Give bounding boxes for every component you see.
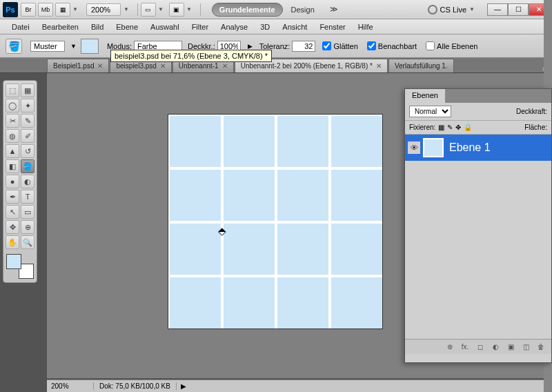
layers-tab[interactable]: Ebenen (405, 89, 446, 103)
menu-bild[interactable]: Bild (85, 23, 110, 31)
history-brush-tool[interactable]: ↺ (21, 144, 34, 158)
close-icon[interactable]: ✕ (97, 62, 103, 70)
menu-datei[interactable]: Datei (6, 23, 36, 31)
shape-tool[interactable]: ▭ (21, 205, 34, 219)
alle-ebenen-label: Alle Ebenen (437, 42, 477, 50)
toolbox: ⬚▦ ◯✦ ✂✎ ◍✐ ▲↺ ◧🪣 ●◐ ✒T ↖▭ ✥⊕ ✋🔍 (3, 80, 37, 283)
maximize-button[interactable]: ☐ (508, 3, 529, 16)
close-icon[interactable]: ✕ (376, 62, 382, 70)
group-icon[interactable]: ▣ (504, 342, 517, 352)
crop-tool[interactable]: ✂ (6, 114, 19, 128)
alle-ebenen-checkbox[interactable] (426, 41, 435, 50)
move-tool[interactable]: ⬚ (6, 84, 19, 97)
doc-tab[interactable]: Verlaufsfüllung 1. (388, 59, 454, 72)
lock-transparency-icon[interactable]: ▦ (438, 124, 444, 131)
3d-tool[interactable]: ✥ (6, 220, 19, 234)
minibridge-button[interactable]: Mb (38, 3, 53, 17)
eraser-tool[interactable]: ◧ (6, 159, 19, 173)
status-doc-size: Dok: 75,0 KB/100,0 KB (94, 382, 177, 390)
current-tool-icon[interactable]: 🪣 (6, 39, 22, 54)
lock-pixels-icon[interactable]: ✎ (447, 124, 453, 131)
fill-type-select[interactable]: Muster (30, 41, 65, 52)
fx-icon[interactable]: fx. (459, 342, 471, 352)
tab-label: Verlaufsfüllung 1. (395, 62, 448, 70)
menu-3d[interactable]: 3D (254, 23, 276, 31)
3d-camera-tool[interactable]: ⊕ (21, 220, 34, 234)
bridge-button[interactable]: Br (21, 3, 36, 17)
benachbart-label: Benachbart (378, 42, 417, 50)
adjustment-icon[interactable]: ◐ (489, 342, 502, 352)
marquee-tool[interactable]: ▦ (21, 84, 34, 97)
benachbart-checkbox[interactable] (367, 41, 376, 50)
doc-tab[interactable]: Beispiel1.psd✕ (47, 59, 109, 72)
menu-filter[interactable]: Filter (186, 23, 215, 31)
deckkraft-label: Deckkr.: (188, 42, 215, 50)
stamp-tool[interactable]: ▲ (6, 144, 19, 158)
toleranz-label: Toleranz: (259, 42, 290, 50)
eyedropper-tool[interactable]: ✎ (21, 114, 34, 128)
chevron-down-icon[interactable]: ▼ (186, 6, 192, 12)
cslive-label[interactable]: CS Live (440, 6, 467, 14)
menu-fenster[interactable]: Fenster (313, 23, 351, 31)
layer-row[interactable]: 👁 Ebene 1 (405, 135, 551, 161)
brush-tool[interactable]: ✐ (21, 129, 34, 143)
new-layer-icon[interactable]: ◫ (520, 342, 532, 352)
bucket-tool[interactable]: 🪣 (21, 159, 34, 173)
blend-mode-select[interactable]: Normal (409, 106, 451, 117)
close-icon[interactable]: ✕ (222, 62, 228, 70)
cslive-icon (428, 5, 437, 14)
delete-icon[interactable]: 🗑 (535, 342, 547, 352)
minimize-button[interactable]: — (487, 3, 508, 16)
zoom-select[interactable]: 200% (86, 3, 121, 16)
link-layers-icon[interactable]: ⊕ (444, 342, 456, 352)
options-bar: 🪣 Muster ▼ Modus: Farbe Deckkr.: ▶ Toler… (0, 35, 552, 58)
menu-hilfe[interactable]: Hilfe (352, 23, 379, 31)
layout-button[interactable]: ▦ (55, 3, 70, 17)
menu-ansicht[interactable]: Ansicht (276, 23, 313, 31)
status-menu-arrow[interactable]: ▶ (177, 382, 190, 390)
blur-tool[interactable]: ● (6, 175, 19, 188)
dodge-tool[interactable]: ◐ (21, 175, 34, 188)
hand-tool[interactable]: ✋ (6, 235, 19, 249)
type-tool[interactable]: T (21, 190, 34, 204)
menu-analyse[interactable]: Analyse (215, 23, 254, 31)
workspace-design[interactable]: Design (284, 3, 322, 16)
lock-all-icon[interactable]: 🔒 (464, 124, 472, 131)
path-tool[interactable]: ↖ (6, 205, 19, 219)
workspace-grundelemente[interactable]: Grundelemente (212, 3, 283, 17)
mask-icon[interactable]: ◻ (474, 342, 486, 352)
pattern-swatch[interactable] (81, 39, 99, 54)
chevron-down-icon[interactable]: ▼ (469, 6, 475, 12)
toleranz-input[interactable] (292, 41, 315, 52)
chevron-down-icon[interactable]: ▼ (72, 6, 78, 12)
menu-auswahl[interactable]: Auswahl (144, 23, 186, 31)
extras-button[interactable]: ▭ (141, 3, 156, 17)
document-canvas[interactable] (168, 115, 382, 329)
wand-tool[interactable]: ✦ (21, 99, 34, 112)
chevron-down-icon[interactable]: ▼ (158, 6, 164, 12)
layers-panel: Ebenen Normal Deckkraft: Fixieren: ▦ ✎ ✥… (404, 88, 552, 363)
layer-list[interactable]: 👁 Ebene 1 (405, 135, 551, 339)
glaetten-checkbox[interactable] (322, 41, 331, 50)
workspace-more[interactable]: ≫ (323, 3, 345, 16)
document-tabs: Beispiel1.psd✕ beispiel3.psd✕ Unbenannt-… (0, 58, 552, 73)
lasso-tool[interactable]: ◯ (6, 99, 19, 112)
layer-name[interactable]: Ebene 1 (449, 141, 491, 154)
tab-label: Unbenannt-2 bei 200% (Ebene 1, RGB/8) * (241, 62, 373, 70)
status-zoom[interactable]: 200% (47, 382, 94, 390)
pen-tool[interactable]: ✒ (6, 190, 19, 204)
color-swatches[interactable] (5, 253, 35, 280)
modus-label: Modus: (107, 42, 132, 50)
lock-position-icon[interactable]: ✥ (455, 124, 461, 131)
menu-ebene[interactable]: Ebene (110, 23, 144, 31)
zoom-tool[interactable]: 🔍 (21, 235, 34, 249)
heal-tool[interactable]: ◍ (6, 129, 19, 143)
screenmode-button[interactable]: ▣ (169, 3, 184, 17)
foreground-color[interactable] (6, 254, 21, 269)
close-icon[interactable]: ✕ (160, 62, 166, 70)
tab-label: Beispiel1.psd (53, 62, 94, 70)
layer-thumbnail[interactable] (423, 138, 444, 157)
menu-bearbeiten[interactable]: Bearbeiten (36, 23, 85, 31)
visibility-icon[interactable]: 👁 (408, 141, 420, 154)
chevron-down-icon[interactable]: ▼ (124, 6, 129, 12)
